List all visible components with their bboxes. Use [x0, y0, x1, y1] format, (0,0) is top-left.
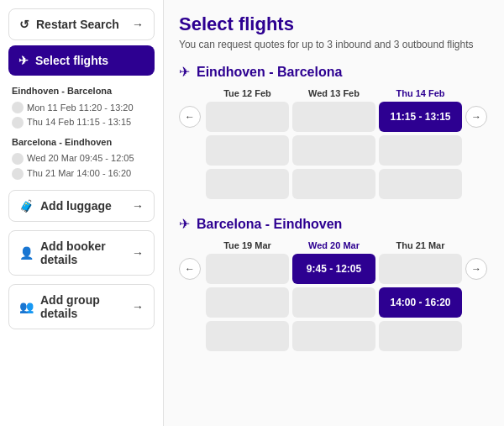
route2-col-headers: Tue 19 Mar Wed 20 Mar Thu 21 Mar [179, 240, 489, 250]
select-flights-label: Select flights [35, 54, 108, 67]
flight-cell[interactable] [292, 135, 375, 166]
flight-cell[interactable] [206, 321, 289, 351]
flight-cell[interactable] [379, 169, 462, 199]
page-title: Select flights [179, 13, 489, 35]
add-luggage-button[interactable]: 🧳 Add luggage → [8, 190, 155, 222]
flight-cell[interactable] [206, 254, 289, 284]
route1-calendar: Tue 12 Feb Wed 13 Feb Thu 14 Feb ← 11:15… [179, 88, 489, 199]
arrow-right-icon: → [471, 263, 481, 275]
route1-col-2: Thu 14 Feb [379, 88, 462, 98]
flight-cell-selected[interactable]: 11:15 - 13:15 [379, 102, 462, 132]
route2-col-0: Tue 19 Mar [206, 240, 289, 250]
add-group-label: Add group details [40, 293, 132, 320]
route2-col-1: Wed 20 Mar [292, 240, 375, 250]
route1-col-headers: Tue 12 Feb Wed 13 Feb Thu 14 Feb [179, 88, 489, 98]
flight-cell[interactable] [292, 287, 375, 318]
flight-cell[interactable] [206, 169, 289, 199]
flight-cell[interactable] [292, 102, 375, 132]
restart-search-button[interactable]: ↺ Restart Search → [8, 8, 155, 40]
route2-section: ✈ Barcelona - Eindhoven Tue 19 Mar Wed 2… [179, 216, 489, 351]
arrow-left-icon: ← [185, 263, 195, 275]
group-icon: 👥 [19, 300, 34, 313]
flight-cell[interactable] [206, 287, 289, 318]
add-group-button[interactable]: 👥 Add group details → [8, 284, 155, 329]
arrow-right-icon: → [132, 300, 144, 313]
route1-next-button[interactable]: → [465, 106, 487, 128]
list-item: Wed 20 Mar 09:45 - 12:05 [12, 151, 151, 166]
flight-cell[interactable] [292, 169, 375, 199]
table-row: ← 9:45 - 12:05 → [179, 254, 489, 284]
circle-icon [12, 153, 24, 165]
select-flights-button[interactable]: ✈ Select flights [8, 45, 155, 76]
route1-col-0: Tue 12 Feb [206, 88, 289, 98]
table-row [179, 321, 489, 351]
list-item: Mon 11 Feb 11:20 - 13:20 [12, 101, 151, 116]
arrow-right-icon: → [132, 18, 144, 31]
route1-section: ✈ Eindhoven - Barcelona Tue 12 Feb Wed 1… [179, 64, 489, 199]
route2-title: Barcelona - Eindhoven [12, 135, 151, 150]
route2-next-button[interactable]: → [465, 258, 487, 280]
sidebar: ↺ Restart Search → ✈ Select flights Eind… [0, 0, 164, 426]
restart-icon: ↺ [19, 18, 29, 31]
list-item: Thu 21 Mar 14:00 - 16:20 [12, 166, 151, 181]
plane-icon-route1: ✈ [179, 64, 190, 80]
route2-label: Barcelona - Eindhoven [197, 217, 342, 232]
route2-col-2: Thu 21 Mar [379, 240, 462, 250]
flight-cell[interactable] [292, 321, 375, 351]
route2-header: ✈ Barcelona - Eindhoven [179, 216, 489, 232]
flight-cell[interactable] [206, 102, 289, 132]
flight-cell[interactable] [379, 135, 462, 166]
route1-label: Eindhoven - Barcelona [197, 65, 342, 80]
route1-header: ✈ Eindhoven - Barcelona [179, 64, 489, 80]
arrow-right-icon: → [132, 246, 144, 260]
arrow-right-icon: → [471, 111, 481, 123]
add-luggage-label: Add luggage [40, 199, 112, 213]
flight-cell-selected[interactable]: 9:45 - 12:05 [292, 254, 375, 284]
add-booker-label: Add booker details [40, 239, 132, 266]
route1-prev-button[interactable]: ← [179, 106, 201, 128]
selected-flights-info: Eindhoven - Barcelona Mon 11 Feb 11:20 -… [8, 81, 155, 181]
table-row [179, 169, 489, 199]
add-booker-button[interactable]: 👤 Add booker details → [8, 230, 155, 276]
plane-icon-sidebar: ✈ [18, 54, 29, 67]
route2-prev-button[interactable]: ← [179, 258, 201, 280]
luggage-icon: 🧳 [19, 199, 34, 213]
list-item: Thu 14 Feb 11:15 - 13:15 [12, 115, 151, 130]
main-content: Select flights You can request quotes fo… [164, 0, 504, 426]
route1-col-1: Wed 13 Feb [292, 88, 375, 98]
flight-cell-selected[interactable]: 14:00 - 16:20 [379, 287, 462, 318]
table-row: 14:00 - 16:20 [179, 287, 489, 318]
restart-search-label: Restart Search [36, 18, 119, 31]
circle-icon [12, 168, 24, 180]
table-row [179, 135, 489, 166]
table-row: ← 11:15 - 13:15 → [179, 102, 489, 132]
circle-icon [12, 117, 24, 129]
plane-icon-route2: ✈ [179, 216, 190, 232]
flight-cell[interactable] [379, 321, 462, 351]
page-subtitle: You can request quotes for up to 3 inbou… [179, 39, 489, 50]
arrow-right-icon: → [132, 199, 144, 213]
route2-rows: ← 9:45 - 12:05 → 14:00 - 16:20 [179, 254, 489, 351]
route1-rows: ← 11:15 - 13:15 → [179, 102, 489, 199]
circle-icon [12, 102, 24, 113]
arrow-left-icon: ← [185, 111, 195, 123]
route1-title: Eindhoven - Barcelona [12, 84, 151, 99]
flight-cell[interactable] [379, 254, 462, 284]
booker-icon: 👤 [19, 246, 34, 260]
flight-cell[interactable] [206, 135, 289, 166]
route2-calendar: Tue 19 Mar Wed 20 Mar Thu 21 Mar ← 9:45 … [179, 240, 489, 351]
